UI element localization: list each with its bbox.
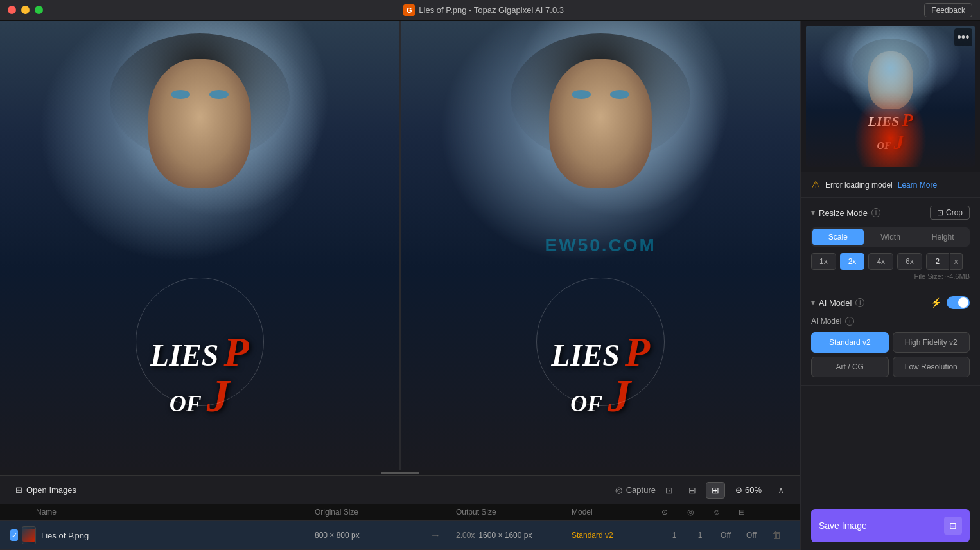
error-message: Error loading model	[825, 181, 893, 190]
lightning-icon: ⚡	[931, 297, 941, 308]
resize-mode-section: ▾ Resize Mode i ⊡ Crop Scale Width Heigh…	[801, 198, 980, 288]
thumbnail-area: LIES P OF J •••	[801, 21, 980, 172]
close-button[interactable]	[8, 6, 16, 14]
ai-model-chevron-icon: ▾	[811, 298, 815, 307]
col-model: Model	[572, 508, 661, 517]
resize-chevron-icon: ▾	[811, 208, 815, 217]
ai-model-right: ⚡	[931, 296, 970, 309]
ai-model-section: ▾ AI Model i ⚡ AI Model i Standard v2 H	[801, 288, 980, 386]
ai-model-sub-info-icon[interactable]: i	[845, 317, 854, 326]
file-scale: 2.00x	[456, 531, 475, 540]
ai-model-info-icon[interactable]: i	[855, 298, 864, 307]
ai-model-header: ▾ AI Model i ⚡	[811, 296, 970, 309]
col-stat3: ☺	[713, 508, 739, 517]
model-standard-v2-button[interactable]: Standard v2	[811, 332, 889, 353]
tab-height[interactable]: Height	[917, 229, 968, 245]
file-thumbnail	[22, 526, 36, 544]
col-check	[10, 508, 36, 517]
bottom-toolbar: ⊞ Open Images ◎ Capture ⊡ ⊟ ⊞ ⊕ 60% ∧	[0, 475, 800, 504]
right-image-panel: EW50.COM LIES P OF J	[401, 21, 801, 470]
model-art-cg-button[interactable]: Art / CG	[811, 357, 889, 377]
app-logo-icon: G	[403, 4, 415, 16]
file-checkbox[interactable]: ✓	[10, 529, 18, 541]
col-original-size: Original Size	[315, 508, 430, 517]
col-stat1: ⊙	[661, 508, 687, 517]
left-image-panel: LIES P OF J	[0, 21, 399, 470]
tab-scale[interactable]: Scale	[812, 229, 864, 245]
file-model: Standard v2	[572, 531, 661, 540]
window-title: G Lies of P.png - Topaz Gigapixel AI 7.0…	[403, 4, 564, 16]
scroll-thumb	[381, 472, 419, 474]
learn-more-link[interactable]: Learn More	[898, 181, 937, 190]
ai-model-title-group: ▾ AI Model i	[811, 298, 864, 308]
ai-model-sub-label: AI Model	[811, 317, 841, 326]
right-panel: LIES P OF J ••• ⚠ Error loading model Le…	[800, 21, 980, 550]
col-name: Name	[36, 508, 315, 517]
scale-unit-label: x	[950, 253, 963, 270]
capture-button[interactable]: ◎ Capture	[615, 485, 656, 495]
crop-button[interactable]: ⊡ Crop	[930, 206, 970, 220]
maximize-button[interactable]	[35, 6, 43, 14]
zoom-display: ⊕ 60%	[735, 485, 762, 495]
file-output-size: 1600 × 1600 px	[478, 531, 532, 540]
save-section: Save Image ⊟	[801, 501, 980, 550]
scale-options: 1x 2x 4x 6x x	[811, 253, 970, 270]
file-stat4: Off	[739, 531, 764, 540]
scale-2x-button[interactable]: 2x	[840, 253, 865, 270]
toolbar-view-group: ◎ Capture ⊡ ⊟ ⊞	[615, 482, 725, 499]
open-images-button[interactable]: ⊞ Open Images	[10, 483, 82, 497]
main-layout: LIES P OF J	[0, 21, 980, 550]
save-image-button[interactable]: Save Image ⊟	[811, 509, 970, 542]
crop-icon: ⊡	[937, 208, 943, 217]
collapse-button[interactable]: ∧	[772, 482, 790, 499]
ai-model-title: AI Model	[819, 298, 852, 308]
open-images-label: Open Images	[26, 485, 76, 495]
error-banner: ⚠ Error loading model Learn More	[801, 172, 980, 198]
zoom-level: 60%	[745, 485, 762, 495]
file-original-size: 800 × 800 px	[315, 531, 430, 540]
thumbnail-more-button[interactable]: •••	[954, 28, 972, 46]
file-stat2: 1	[687, 531, 713, 540]
file-stat3: Off	[713, 531, 739, 540]
col-stat2: ◎	[687, 508, 713, 517]
minimize-button[interactable]	[21, 6, 30, 14]
col-action	[764, 508, 790, 517]
file-delete-button[interactable]: 🗑	[764, 529, 790, 541]
scroll-indicator	[0, 470, 800, 475]
split-view-button[interactable]: ⊟	[683, 482, 702, 499]
model-low-resolution-button[interactable]: Low Resolution	[893, 357, 970, 377]
open-images-icon: ⊞	[15, 485, 22, 495]
resize-mode-header: ▾ Resize Mode i ⊡ Crop	[811, 206, 970, 220]
scale-custom-input-group: x	[926, 253, 963, 270]
image-compare-container[interactable]: LIES P OF J	[0, 21, 800, 470]
tab-width[interactable]: Width	[865, 229, 916, 245]
file-stat1: 1	[661, 531, 687, 540]
crop-label: Crop	[946, 208, 963, 217]
thumbnail-image: LIES P OF J	[806, 26, 975, 167]
single-view-button[interactable]: ⊡	[660, 482, 679, 499]
warning-icon: ⚠	[811, 179, 820, 191]
col-arrow	[430, 508, 456, 517]
file-name: Lies of P.png	[36, 531, 315, 540]
window-controls	[8, 6, 43, 14]
window-title-text: Lies of P.png - Topaz Gigapixel AI 7.0.3	[419, 5, 564, 15]
titlebar: G Lies of P.png - Topaz Gigapixel AI 7.0…	[0, 0, 980, 21]
scale-custom-input[interactable]	[926, 253, 949, 270]
scale-1x-button[interactable]: 1x	[811, 253, 836, 270]
feedback-button[interactable]: Feedback	[924, 3, 972, 17]
model-high-fidelity-v2-button[interactable]: High Fidelity v2	[893, 332, 970, 353]
ai-model-toggle[interactable]	[947, 296, 970, 309]
file-list-header: Name Original Size Output Size Model ⊙ ◎…	[0, 504, 800, 521]
col-output-size: Output Size	[456, 508, 572, 517]
table-row[interactable]: ✓ Lies of P.png 800 × 800 px → 2.00x 160…	[0, 521, 800, 550]
compare-view-button[interactable]: ⊞	[706, 482, 725, 499]
canvas-area: LIES P OF J	[0, 21, 800, 550]
resize-info-icon[interactable]: i	[871, 208, 880, 217]
model-button-group: Standard v2 High Fidelity v2 Art / CG Lo…	[811, 332, 970, 377]
scale-4x-button[interactable]: 4x	[868, 253, 893, 270]
resize-mode-right: ⊡ Crop	[930, 206, 970, 220]
resize-mode-title-group: ▾ Resize Mode i	[811, 208, 880, 218]
arrow-icon: →	[430, 529, 456, 541]
capture-icon: ◎	[615, 485, 622, 495]
scale-6x-button[interactable]: 6x	[897, 253, 922, 270]
